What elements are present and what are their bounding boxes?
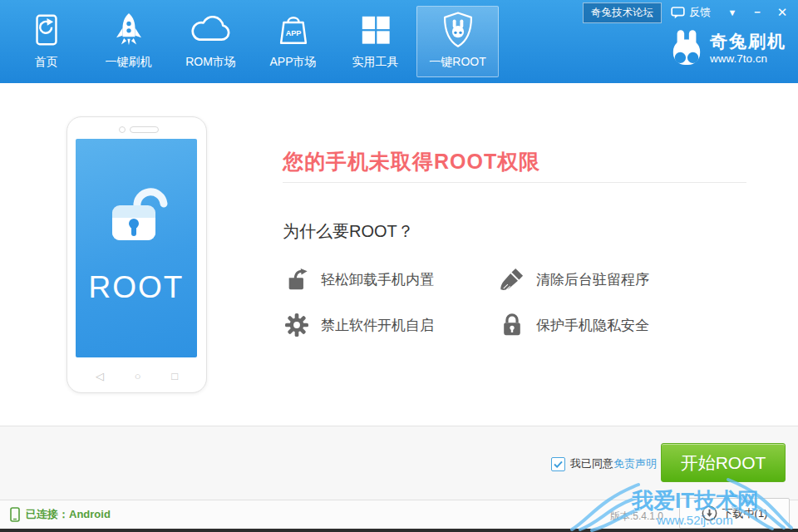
start-root-button[interactable]: 开始ROOT <box>661 443 786 482</box>
tools-grid-icon <box>361 7 391 52</box>
agree-checkbox[interactable] <box>551 457 565 471</box>
tab-root-label: 一键ROOT <box>429 55 485 70</box>
connection-label: 已连接：Android <box>26 507 111 522</box>
phone-speaker <box>130 126 159 133</box>
tab-tools-label: 实用工具 <box>352 55 399 70</box>
phone-root-text: ROOT <box>76 270 197 305</box>
tab-root[interactable]: 一键ROOT <box>416 6 499 77</box>
shopping-bag-icon: APP <box>278 7 309 52</box>
feature-label: 禁止软件开机自启 <box>321 316 434 335</box>
window-bottom-edge <box>0 529 798 532</box>
tab-app-market[interactable]: APP APP市场 <box>252 6 334 77</box>
agree-label: 我已同意 <box>570 456 613 471</box>
feature-label: 保护手机隐私安全 <box>536 316 649 335</box>
checkbox-check-icon <box>554 461 563 468</box>
tab-rom-market-label: ROM市场 <box>185 55 236 70</box>
close-button[interactable]: ✕ <box>770 2 795 22</box>
top-header: 奇兔技术论坛 反馈 ▼ − ✕ <box>0 0 798 83</box>
tab-flash-label: 一键刷机 <box>106 55 152 70</box>
open-padlock-icon <box>99 180 174 245</box>
tab-home-label: 首页 <box>35 55 58 70</box>
feature-uninstall: 轻松卸载手机内置 <box>285 268 434 291</box>
uninstall-icon <box>285 268 308 291</box>
feature-label: 轻松卸载手机内置 <box>321 270 434 289</box>
gear-icon <box>285 313 308 337</box>
feedback-button[interactable]: 反馈 <box>662 5 720 20</box>
speech-bubble-icon <box>671 7 685 19</box>
forum-badge-button[interactable]: 奇兔技术论坛 <box>583 2 662 23</box>
app-bag-text: APP <box>285 29 301 37</box>
title-divider <box>283 182 746 183</box>
dropdown-menu-button[interactable]: ▼ <box>720 2 745 22</box>
phone-screen: ROOT <box>76 139 197 357</box>
cloud-icon <box>190 7 233 52</box>
connection-status: 已连接：Android <box>10 507 111 522</box>
rocket-icon <box>112 7 145 52</box>
brand-logo: 奇兔刷机 www.7to.cn <box>671 30 786 66</box>
android-home-icon: ○ <box>135 368 141 385</box>
agree-row: 我已同意 免责声明 <box>551 456 657 471</box>
tab-tools[interactable]: 实用工具 <box>334 6 416 77</box>
tab-flash[interactable]: 一键刷机 <box>87 6 170 77</box>
tab-app-market-label: APP市场 <box>269 55 316 70</box>
phone-illustration: ROOT ◁ ○ □ <box>66 116 207 393</box>
brand-name: 奇兔刷机 <box>710 32 786 52</box>
android-recent-icon: □ <box>171 368 178 385</box>
app-window: 奇兔技术论坛 反馈 ▼ − ✕ <box>0 0 798 532</box>
download-label: 下载中(1) <box>722 506 768 521</box>
why-root-heading: 为什么要ROOT？ <box>283 220 414 243</box>
phone-nav-bar: ◁ ○ □ <box>67 368 206 385</box>
phone-camera-dot <box>119 126 126 133</box>
feature-label: 清除后台驻留程序 <box>536 270 649 289</box>
tab-home[interactable]: 首页 <box>5 6 87 77</box>
tab-rom-market[interactable]: ROM市场 <box>170 6 252 77</box>
action-bar: 我已同意 免责声明 开始ROOT <box>0 426 798 500</box>
feature-clean: 清除后台驻留程序 <box>500 268 649 291</box>
status-bar: 已连接：Android 版本:5.4.1.0 下载中(1) <box>0 500 798 529</box>
feature-privacy: 保护手机隐私安全 <box>500 313 649 337</box>
shield-rabbit-icon <box>441 7 475 52</box>
feature-autostart: 禁止软件开机自启 <box>285 313 434 337</box>
download-manager-button[interactable]: 下载中(1) <box>679 498 790 529</box>
main-nav: 首页 一键刷机 <box>5 6 499 77</box>
window-controls: 奇兔技术论坛 反馈 ▼ − ✕ <box>583 2 795 22</box>
version-label: 版本:5.4.1.0 <box>610 510 663 524</box>
clean-brush-icon <box>500 268 524 291</box>
connected-phone-icon <box>10 507 20 522</box>
lock-icon <box>500 313 524 337</box>
download-circle-icon <box>702 505 717 521</box>
android-back-icon: ◁ <box>96 368 104 385</box>
disclaimer-link[interactable]: 免责声明 <box>613 456 657 471</box>
main-content: ROOT ◁ ○ □ 您的手机未取得ROOT权限 为什么要ROOT？ 轻松卸载手… <box>0 83 798 426</box>
brand-url: www.7to.cn <box>710 52 786 66</box>
home-phone-refresh-icon <box>32 7 62 52</box>
page-title: 您的手机未取得ROOT权限 <box>283 148 540 175</box>
rabbit-logo-icon <box>671 30 702 66</box>
feedback-label: 反馈 <box>689 5 711 20</box>
minimize-button[interactable]: − <box>745 2 770 22</box>
